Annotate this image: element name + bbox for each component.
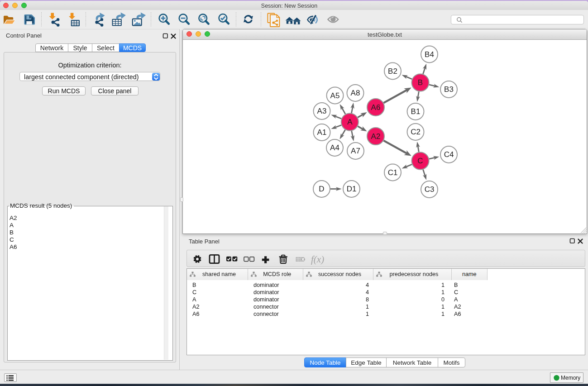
svg-text:f(x): f(x) bbox=[311, 254, 324, 265]
